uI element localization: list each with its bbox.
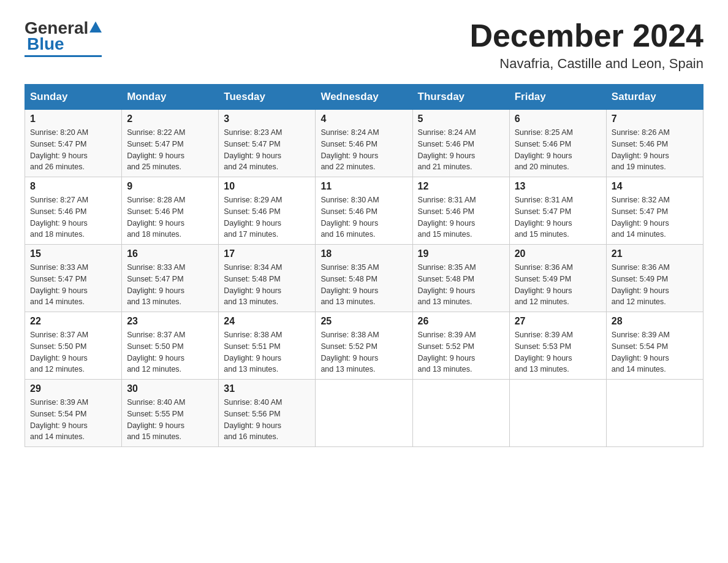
day-info: Sunrise: 8:28 AMSunset: 5:46 PMDaylight:…: [127, 194, 213, 240]
month-title: December 2024: [469, 18, 703, 53]
logo-triangle-icon: [89, 21, 102, 33]
day-number: 24: [224, 316, 310, 327]
header-row: Sunday Monday Tuesday Wednesday Thursday…: [25, 85, 703, 110]
day-number: 6: [515, 113, 601, 124]
day-info: Sunrise: 8:32 AMSunset: 5:47 PMDaylight:…: [612, 194, 698, 240]
calendar-cell: 7Sunrise: 8:26 AMSunset: 5:46 PMDaylight…: [606, 110, 703, 177]
day-info: Sunrise: 8:35 AMSunset: 5:48 PMDaylight:…: [320, 262, 407, 308]
day-number: 12: [418, 181, 504, 192]
calendar-cell: 28Sunrise: 8:39 AMSunset: 5:54 PMDayligh…: [606, 312, 703, 380]
calendar-cell: [509, 380, 606, 447]
day-number: 10: [224, 181, 310, 192]
calendar-cell: 23Sunrise: 8:37 AMSunset: 5:50 PMDayligh…: [122, 312, 219, 380]
calendar-cell: 19Sunrise: 8:35 AMSunset: 5:48 PMDayligh…: [412, 245, 509, 312]
day-info: Sunrise: 8:30 AMSunset: 5:46 PMDaylight:…: [320, 194, 407, 240]
day-info: Sunrise: 8:26 AMSunset: 5:46 PMDaylight:…: [612, 127, 698, 173]
day-number: 26: [418, 316, 504, 327]
day-info: Sunrise: 8:40 AMSunset: 5:56 PMDaylight:…: [224, 397, 310, 443]
calendar-week-1: 1Sunrise: 8:20 AMSunset: 5:47 PMDaylight…: [25, 110, 703, 177]
day-number: 27: [515, 316, 601, 327]
day-number: 22: [30, 316, 116, 327]
day-info: Sunrise: 8:25 AMSunset: 5:46 PMDaylight:…: [515, 127, 601, 173]
day-info: Sunrise: 8:36 AMSunset: 5:49 PMDaylight:…: [515, 262, 601, 308]
day-number: 16: [127, 248, 213, 259]
day-info: Sunrise: 8:31 AMSunset: 5:47 PMDaylight:…: [515, 194, 601, 240]
day-number: 18: [320, 248, 407, 259]
day-info: Sunrise: 8:24 AMSunset: 5:46 PMDaylight:…: [320, 127, 407, 173]
day-number: 19: [418, 248, 504, 259]
calendar-cell: [412, 380, 509, 447]
calendar-cell: 15Sunrise: 8:33 AMSunset: 5:47 PMDayligh…: [25, 245, 122, 312]
day-info: Sunrise: 8:22 AMSunset: 5:47 PMDaylight:…: [127, 127, 213, 173]
day-number: 9: [127, 181, 213, 192]
calendar-cell: 5Sunrise: 8:24 AMSunset: 5:46 PMDaylight…: [412, 110, 509, 177]
calendar-cell: 9Sunrise: 8:28 AMSunset: 5:46 PMDaylight…: [122, 177, 219, 245]
col-tuesday: Tuesday: [219, 85, 316, 110]
location-title: Navafria, Castille and Leon, Spain: [469, 56, 703, 72]
day-number: 31: [224, 383, 310, 394]
calendar-cell: 20Sunrise: 8:36 AMSunset: 5:49 PMDayligh…: [509, 245, 606, 312]
logo: General Blue: [25, 18, 102, 57]
calendar-cell: 4Sunrise: 8:24 AMSunset: 5:46 PMDaylight…: [316, 110, 412, 177]
day-info: Sunrise: 8:39 AMSunset: 5:52 PMDaylight:…: [418, 329, 504, 375]
calendar-cell: 21Sunrise: 8:36 AMSunset: 5:49 PMDayligh…: [606, 245, 703, 312]
day-number: 28: [612, 316, 698, 327]
calendar-cell: 27Sunrise: 8:39 AMSunset: 5:53 PMDayligh…: [509, 312, 606, 380]
day-number: 30: [127, 383, 213, 394]
day-number: 3: [224, 113, 310, 124]
day-info: Sunrise: 8:39 AMSunset: 5:54 PMDaylight:…: [30, 397, 116, 443]
day-info: Sunrise: 8:34 AMSunset: 5:48 PMDaylight:…: [224, 262, 310, 308]
col-friday: Friday: [509, 85, 606, 110]
col-monday: Monday: [122, 85, 219, 110]
day-number: 21: [612, 248, 698, 259]
col-thursday: Thursday: [412, 85, 509, 110]
calendar-cell: 17Sunrise: 8:34 AMSunset: 5:48 PMDayligh…: [219, 245, 316, 312]
col-saturday: Saturday: [606, 85, 703, 110]
calendar-cell: 8Sunrise: 8:27 AMSunset: 5:46 PMDaylight…: [25, 177, 122, 245]
calendar-cell: 18Sunrise: 8:35 AMSunset: 5:48 PMDayligh…: [316, 245, 412, 312]
day-info: Sunrise: 8:36 AMSunset: 5:49 PMDaylight:…: [612, 262, 698, 308]
page-header: General Blue December 2024 Navafria, Cas…: [25, 18, 703, 72]
day-info: Sunrise: 8:39 AMSunset: 5:53 PMDaylight:…: [515, 329, 601, 375]
day-number: 29: [30, 383, 116, 394]
calendar-cell: 25Sunrise: 8:38 AMSunset: 5:52 PMDayligh…: [316, 312, 412, 380]
calendar-cell: 29Sunrise: 8:39 AMSunset: 5:54 PMDayligh…: [25, 380, 122, 447]
day-info: Sunrise: 8:37 AMSunset: 5:50 PMDaylight:…: [127, 329, 213, 375]
day-info: Sunrise: 8:38 AMSunset: 5:51 PMDaylight:…: [224, 329, 310, 375]
calendar-cell: 13Sunrise: 8:31 AMSunset: 5:47 PMDayligh…: [509, 177, 606, 245]
day-info: Sunrise: 8:24 AMSunset: 5:46 PMDaylight:…: [418, 127, 504, 173]
day-info: Sunrise: 8:39 AMSunset: 5:54 PMDaylight:…: [612, 329, 698, 375]
logo-underline: [25, 55, 102, 57]
day-number: 8: [30, 181, 116, 192]
day-info: Sunrise: 8:31 AMSunset: 5:46 PMDaylight:…: [418, 194, 504, 240]
calendar-cell: 26Sunrise: 8:39 AMSunset: 5:52 PMDayligh…: [412, 312, 509, 380]
calendar-cell: 31Sunrise: 8:40 AMSunset: 5:56 PMDayligh…: [219, 380, 316, 447]
calendar-cell: 24Sunrise: 8:38 AMSunset: 5:51 PMDayligh…: [219, 312, 316, 380]
calendar-table: Sunday Monday Tuesday Wednesday Thursday…: [25, 84, 703, 447]
calendar-cell: 22Sunrise: 8:37 AMSunset: 5:50 PMDayligh…: [25, 312, 122, 380]
day-info: Sunrise: 8:38 AMSunset: 5:52 PMDaylight:…: [320, 329, 407, 375]
calendar-week-4: 22Sunrise: 8:37 AMSunset: 5:50 PMDayligh…: [25, 312, 703, 380]
day-number: 5: [418, 113, 504, 124]
calendar-cell: 16Sunrise: 8:33 AMSunset: 5:47 PMDayligh…: [122, 245, 219, 312]
calendar-cell: 30Sunrise: 8:40 AMSunset: 5:55 PMDayligh…: [122, 380, 219, 447]
col-wednesday: Wednesday: [316, 85, 412, 110]
calendar-cell: 12Sunrise: 8:31 AMSunset: 5:46 PMDayligh…: [412, 177, 509, 245]
day-number: 1: [30, 113, 116, 124]
day-number: 2: [127, 113, 213, 124]
calendar-cell: 3Sunrise: 8:23 AMSunset: 5:47 PMDaylight…: [219, 110, 316, 177]
day-number: 17: [224, 248, 310, 259]
day-info: Sunrise: 8:40 AMSunset: 5:55 PMDaylight:…: [127, 397, 213, 443]
day-info: Sunrise: 8:29 AMSunset: 5:46 PMDaylight:…: [224, 194, 310, 240]
calendar-cell: 6Sunrise: 8:25 AMSunset: 5:46 PMDaylight…: [509, 110, 606, 177]
logo-blue-text: Blue: [27, 34, 64, 54]
calendar-cell: [316, 380, 412, 447]
day-info: Sunrise: 8:20 AMSunset: 5:47 PMDaylight:…: [30, 127, 116, 173]
day-info: Sunrise: 8:23 AMSunset: 5:47 PMDaylight:…: [224, 127, 310, 173]
calendar-cell: 11Sunrise: 8:30 AMSunset: 5:46 PMDayligh…: [316, 177, 412, 245]
day-info: Sunrise: 8:33 AMSunset: 5:47 PMDaylight:…: [127, 262, 213, 308]
calendar-cell: [606, 380, 703, 447]
title-area: December 2024 Navafria, Castille and Leo…: [469, 18, 703, 72]
calendar-week-3: 15Sunrise: 8:33 AMSunset: 5:47 PMDayligh…: [25, 245, 703, 312]
calendar-cell: 2Sunrise: 8:22 AMSunset: 5:47 PMDaylight…: [122, 110, 219, 177]
